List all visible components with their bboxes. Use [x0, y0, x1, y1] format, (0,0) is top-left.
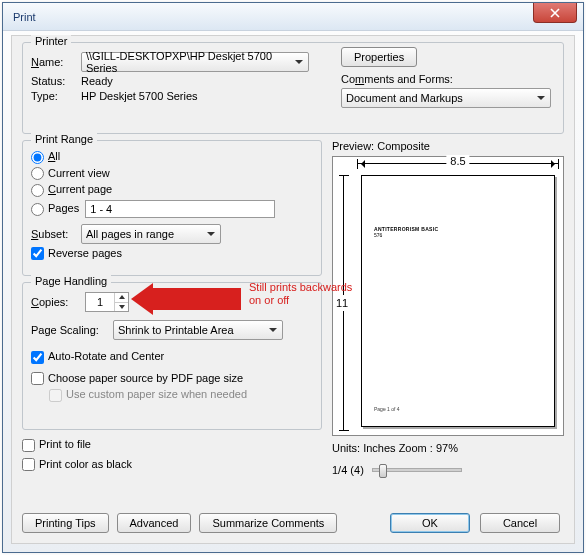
choose-paper-source[interactable]: Choose paper source by PDF page size: [31, 372, 243, 386]
page-handling-group: Page Handling Copies: Collate: [22, 282, 322, 430]
range-pages-radio[interactable]: [31, 203, 44, 216]
preview-doc-foot: Page 1 of 4: [374, 406, 400, 412]
range-current-view-radio[interactable]: [31, 167, 44, 180]
close-button[interactable]: [533, 3, 577, 23]
advanced-button[interactable]: Advanced: [117, 513, 192, 533]
custom-paper-size: Use custom paper size when needed: [49, 388, 247, 402]
window-title: Print: [13, 11, 36, 23]
preview-doc-sub: 576: [374, 232, 382, 238]
zoom-slider[interactable]: [372, 468, 462, 472]
preview-width: 8.5: [446, 155, 469, 167]
range-all-radio[interactable]: [31, 151, 44, 164]
ruler-vertical: 11: [337, 175, 351, 431]
copies-label: Copies:: [31, 296, 85, 308]
status-value: Ready: [81, 75, 113, 87]
page-indicator: 1/4 (4): [332, 464, 364, 476]
reverse-pages[interactable]: Reverse pages: [31, 247, 122, 261]
dialog-body: Printer Name: \\GILL-DESKTOPXP\HP Deskje…: [11, 35, 575, 544]
subset-select[interactable]: All pages in range: [81, 224, 221, 244]
print-range-group: Print Range All Current view Current pag…: [22, 140, 322, 276]
print-range-legend: Print Range: [31, 133, 97, 145]
preview-height: 11: [336, 295, 348, 311]
print-color-as-black[interactable]: Print color as black: [22, 458, 132, 472]
units-zoom-label: Units: Inches Zoom : 97%: [332, 442, 564, 454]
printer-name-select[interactable]: \\GILL-DESKTOPXP\HP Deskjet 5700 Series: [81, 52, 309, 72]
summarize-comments-button[interactable]: Summarize Comments: [199, 513, 337, 533]
auto-rotate-checkbox[interactable]: [31, 351, 44, 364]
preview-doc-title: ANTITERRORISM BASIC: [374, 226, 438, 232]
collate-checkbox: [159, 296, 172, 309]
collate: Collate: [159, 295, 210, 309]
name-label: Name:: [31, 56, 81, 68]
slider-thumb[interactable]: [379, 464, 387, 478]
ruler-horizontal: 8.5: [357, 157, 559, 171]
printing-tips-button[interactable]: Printing Tips: [22, 513, 109, 533]
titlebar[interactable]: Print: [3, 3, 583, 31]
comments-label: Comments and Forms:: [341, 73, 453, 85]
close-icon: [550, 8, 560, 18]
auto-rotate[interactable]: Auto-Rotate and Center: [31, 350, 164, 364]
range-current-view[interactable]: Current view: [31, 167, 110, 181]
pages-input[interactable]: [85, 200, 275, 218]
range-pages[interactable]: Pages: [31, 202, 79, 216]
copies-spinner[interactable]: [85, 292, 129, 312]
scaling-label: Page Scaling:: [31, 324, 113, 336]
cancel-button[interactable]: Cancel: [480, 513, 560, 533]
preview-label: Preview: Composite: [332, 140, 564, 152]
copies-input[interactable]: [86, 293, 114, 311]
printer-legend: Printer: [31, 35, 71, 47]
status-label: Status:: [31, 75, 81, 87]
choose-paper-source-checkbox[interactable]: [31, 372, 44, 385]
type-value: HP Deskjet 5700 Series: [81, 90, 198, 102]
range-current-page-radio[interactable]: [31, 184, 44, 197]
print-color-as-black-checkbox[interactable]: [22, 458, 35, 471]
reverse-pages-checkbox[interactable]: [31, 247, 44, 260]
comments-select[interactable]: Document and Markups: [341, 88, 551, 108]
print-to-file-checkbox[interactable]: [22, 439, 35, 452]
print-to-file[interactable]: Print to file: [22, 438, 91, 452]
custom-paper-size-checkbox: [49, 389, 62, 402]
printer-group: Printer Name: \\GILL-DESKTOPXP\HP Deskje…: [22, 42, 564, 134]
subset-label: Subset:: [31, 228, 81, 240]
properties-button[interactable]: Properties: [341, 47, 417, 67]
type-label: Type:: [31, 90, 81, 102]
scaling-select[interactable]: Shrink to Printable Area: [113, 320, 283, 340]
spinner-up-icon[interactable]: [115, 293, 128, 303]
ok-button[interactable]: OK: [390, 513, 470, 533]
spinner-down-icon[interactable]: [115, 303, 128, 312]
page-handling-legend: Page Handling: [31, 275, 111, 287]
preview-page: ANTITERRORISM BASIC 576 Page 1 of 4: [361, 175, 555, 427]
preview-box: 8.5 11 ANTITERRORISM BASIC 576 Page 1 of…: [332, 156, 564, 436]
range-all[interactable]: All: [31, 150, 60, 164]
range-current-page[interactable]: Current page: [31, 183, 112, 197]
print-dialog: Print Printer Name: \\GILL-DESKTOPXP\HP …: [2, 2, 584, 553]
